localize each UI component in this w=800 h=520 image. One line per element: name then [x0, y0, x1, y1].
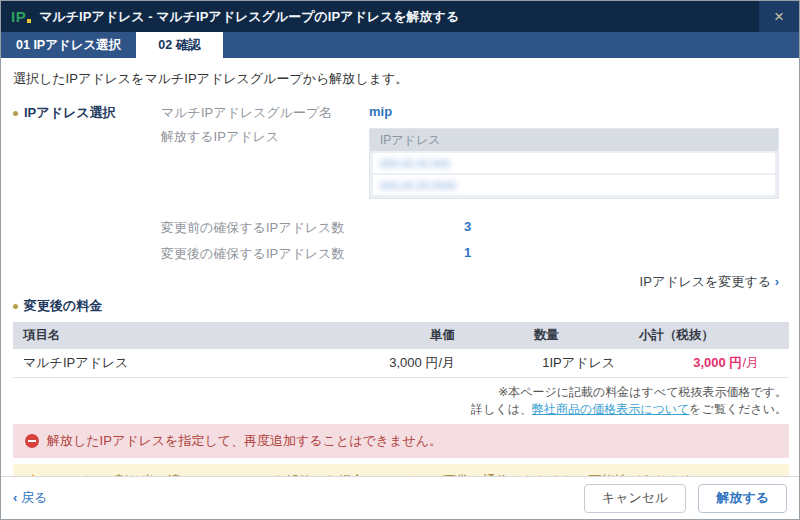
after-count-row: 変更後の確保するIPアドレス数 1 — [161, 245, 789, 263]
price-item: マルチIPアドレス — [13, 349, 339, 377]
tax-note-line2: 詳しくは、弊社商品の価格表示についてをご覧ください。 — [13, 401, 787, 418]
before-count-label: 変更前の確保するIPアドレス数 — [161, 219, 464, 237]
close-icon[interactable]: × — [759, 1, 799, 32]
after-count-label: 変更後の確保するIPアドレス数 — [161, 245, 464, 263]
dialog-footer: ‹ 戻る キャンセル 解放する — [1, 476, 799, 519]
col-unit-price: 単価 — [339, 322, 459, 349]
ip-list-item: xxx.xx.xx.xxxx — [373, 175, 775, 195]
intro-text: 選択したIPアドレスをマルチIPアドレスグループから解放します。 — [13, 70, 789, 88]
ip-logo-icon: IP — [11, 9, 31, 24]
error-alert: 解放したIPアドレスを指定して、再度追加することはできません。 — [13, 424, 789, 458]
group-name-value: mip — [369, 104, 392, 122]
section-bullet-icon — [13, 111, 18, 116]
group-name-label: マルチIPアドレスグループ名 — [161, 104, 369, 122]
cancel-button[interactable]: キャンセル — [584, 484, 687, 513]
wizard-tabbar: 01 IPアドレス選択 02 確認 — [1, 32, 799, 58]
change-ip-link[interactable]: IPアドレスを変更する › — [640, 274, 779, 289]
no-entry-icon — [25, 434, 39, 448]
warning-icon — [25, 474, 41, 477]
ip-select-section: IPアドレス選択 マルチIPアドレスグループ名 mip 解放するIPアドレス I… — [13, 104, 789, 271]
price-unit: 3,000 円/月 — [339, 349, 459, 377]
before-count-value: 3 — [464, 219, 471, 237]
back-link[interactable]: ‹ 戻る — [13, 489, 47, 507]
price-qty: 1IPアドレス — [459, 349, 619, 377]
dialog-header: IP マルチIPアドレス - マルチIPアドレスグループのIPアドレスを解放する… — [1, 1, 799, 32]
col-subtotal: 小計（税抜） — [619, 322, 789, 349]
section-title-ip-select: IPアドレス選択 — [24, 104, 116, 122]
release-ip-label: 解放するIPアドレス — [161, 128, 369, 199]
col-quantity: 数量 — [459, 322, 619, 349]
group-name-row: マルチIPアドレスグループ名 mip — [161, 104, 789, 122]
warning-alert: サーバーに割り当て済みのIPアドレスを解放した場合、サーバーが正常に通信できなく… — [13, 464, 789, 477]
price-table-header-row: 項目名 単価 数量 小計（税抜） — [13, 322, 789, 349]
before-count-row: 変更前の確保するIPアドレス数 3 — [161, 219, 789, 237]
release-button[interactable]: 解放する — [698, 484, 787, 513]
price-table-row: マルチIPアドレス 3,000 円/月 1IPアドレス 3,000 円/月 — [13, 349, 789, 377]
pricing-policy-link[interactable]: 弊社商品の価格表示について — [532, 402, 689, 416]
ip-list-item: xxx.xx.xx.xxx — [373, 153, 775, 173]
col-item-name: 項目名 — [13, 322, 339, 349]
tax-note-line1: ※本ページに記載の料金はすべて税抜表示価格です。 — [13, 384, 787, 401]
tax-notes: ※本ページに記載の料金はすべて税抜表示価格です。 詳しくは、弊社商品の価格表示に… — [13, 384, 789, 418]
tab-step1-ip-select[interactable]: 01 IPアドレス選択 — [1, 32, 136, 58]
ip-address-list: IPアドレス xxx.xx.xx.xxx xxx.xx.xx.xxxx — [369, 128, 779, 199]
tab-step2-confirm[interactable]: 02 確認 — [136, 32, 222, 58]
chevron-right-icon: › — [775, 274, 779, 289]
release-ip-dialog: IP マルチIPアドレス - マルチIPアドレスグループのIPアドレスを解放する… — [0, 0, 800, 520]
price-subtotal: 3,000 円/月 — [619, 349, 789, 377]
masked-ip-address: xxx.xx.xx.xxx — [380, 156, 450, 170]
chevron-left-icon: ‹ — [13, 490, 17, 505]
ip-list-header: IPアドレス — [370, 129, 778, 151]
error-alert-text: 解放したIPアドレスを指定して、再度追加することはできません。 — [47, 432, 442, 450]
dialog-content: 選択したIPアドレスをマルチIPアドレスグループから解放します。 IPアドレス選… — [1, 58, 799, 476]
price-table: 項目名 単価 数量 小計（税抜） マルチIPアドレス 3,000 円/月 1IP… — [13, 322, 789, 378]
after-count-value: 1 — [464, 245, 471, 263]
section-title-price: 変更後の料金 — [24, 297, 102, 315]
release-ip-row: 解放するIPアドレス IPアドレス xxx.xx.xx.xxx xxx.xx.x… — [161, 128, 789, 199]
dialog-title: マルチIPアドレス - マルチIPアドレスグループのIPアドレスを解放する — [39, 8, 459, 26]
masked-ip-address: xxx.xx.xx.xxxx — [380, 178, 456, 192]
section-bullet-icon — [13, 304, 18, 309]
